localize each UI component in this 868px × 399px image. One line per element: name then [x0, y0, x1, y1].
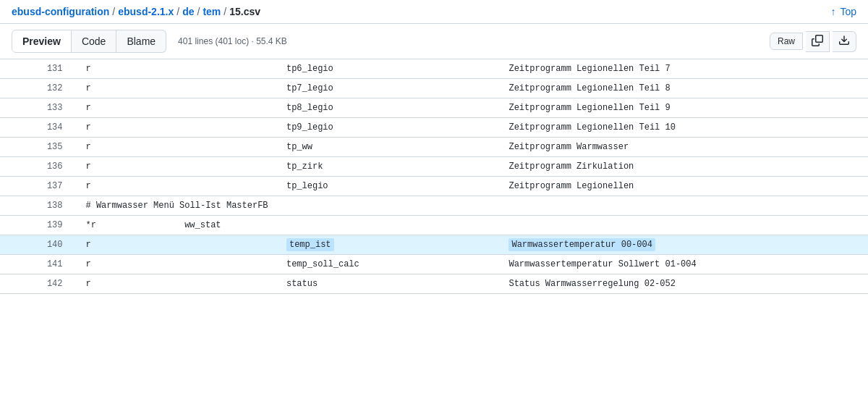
cell-col2 — [173, 118, 275, 138]
cell-col4: Zeitprogramm Legionellen Teil 9 — [497, 98, 868, 118]
page-container: ebusd-configuration / ebusd-2.1.x / de /… — [0, 0, 868, 399]
cell-col2 — [173, 138, 275, 157]
cell-col3 — [275, 216, 498, 235]
table-row: 131rtp6_legioZeitprogramm Legionellen Te… — [0, 59, 868, 79]
download-icon — [838, 35, 850, 49]
copy-icon — [812, 35, 823, 49]
toolbar-left: Preview Code Blame 401 lines (401 loc) ·… — [12, 30, 287, 53]
cell-col3: tp6_legio — [275, 59, 498, 79]
table-row: 133rtp8_legioZeitprogramm Legionellen Te… — [0, 98, 868, 118]
breadcrumb-sep-3: / — [197, 6, 200, 17]
cell-col1: r — [75, 274, 174, 294]
cell-col2 — [173, 59, 275, 79]
breadcrumb-link-branch[interactable]: ebusd-2.1.x — [118, 6, 174, 17]
comment-cell: # Warmwasser Menü Soll-Ist MasterFB — [75, 196, 869, 216]
cell-col2: ww_stat — [173, 216, 275, 235]
tab-blame[interactable]: Blame — [116, 30, 166, 53]
cell-col3: tp9_legio — [275, 118, 498, 138]
file-table: 131rtp6_legioZeitprogramm Legionellen Te… — [0, 59, 868, 294]
top-link[interactable]: ↑ Top — [830, 6, 856, 17]
toolbar: Preview Code Blame 401 lines (401 loc) ·… — [0, 24, 868, 59]
breadcrumb-current: 15.csv — [229, 6, 260, 17]
breadcrumb-sep-4: / — [224, 6, 226, 17]
tab-code[interactable]: Code — [72, 30, 116, 53]
cell-col1: r — [75, 59, 174, 79]
breadcrumb-sep-1: / — [112, 6, 115, 17]
line-number: 136 — [0, 157, 75, 177]
cell-col3: status — [275, 274, 498, 294]
cell-col4 — [497, 216, 868, 235]
top-bar: ebusd-configuration / ebusd-2.1.x / de /… — [0, 0, 868, 24]
cell-col1: r — [75, 255, 174, 274]
top-link-label: Top — [840, 6, 856, 17]
highlighted-description: Warmwassertemperatur 00-004 — [509, 238, 655, 251]
table-row: 132rtp7_legioZeitprogramm Legionellen Te… — [0, 79, 868, 98]
cell-col2 — [173, 79, 275, 98]
cell-col3: temp_soll_calc — [275, 255, 498, 274]
line-number: 132 — [0, 79, 75, 98]
cell-col3: tp_zirk — [275, 157, 498, 177]
cell-col1: r — [75, 79, 174, 98]
table-row: 137rtp_legioZeitprogramm Legionellen — [0, 177, 868, 196]
breadcrumb-link-repo[interactable]: ebusd-configuration — [12, 6, 109, 17]
line-number: 133 — [0, 98, 75, 118]
file-info: 401 lines (401 loc) · 55.4 KB — [178, 36, 287, 46]
cell-col3: temp_ist — [275, 235, 498, 255]
cell-col1: r — [75, 118, 174, 138]
cell-col1: r — [75, 138, 174, 157]
cell-col4: Status Warmwasserregelung 02-052 — [497, 274, 868, 294]
cell-col2 — [173, 235, 275, 255]
download-button[interactable] — [833, 31, 856, 52]
cell-col1: *r — [75, 216, 174, 235]
line-number: 142 — [0, 274, 75, 294]
cell-col1: r — [75, 98, 174, 118]
cell-col2 — [173, 98, 275, 118]
cell-col4: Warmwassertemperatur Sollwert 01-004 — [497, 255, 868, 274]
breadcrumb-link-tem[interactable]: tem — [203, 6, 221, 17]
cell-col4: Zeitprogramm Warmwasser — [497, 138, 868, 157]
table-row: 135rtp_wwZeitprogramm Warmwasser — [0, 138, 868, 157]
arrow-up-icon: ↑ — [830, 6, 835, 17]
line-number: 139 — [0, 216, 75, 235]
line-number: 138 — [0, 196, 75, 216]
table-row: 138# Warmwasser Menü Soll-Ist MasterFB — [0, 196, 868, 216]
toolbar-right: Raw — [770, 31, 856, 52]
cell-col4: Warmwassertemperatur 00-004 — [497, 235, 868, 255]
cell-col2 — [173, 274, 275, 294]
cell-col3: tp_ww — [275, 138, 498, 157]
cell-col4: Zeitprogramm Legionellen — [497, 177, 868, 196]
raw-button[interactable]: Raw — [770, 33, 803, 50]
cell-col3: tp8_legio — [275, 98, 498, 118]
table-row: 140rtemp_istWarmwassertemperatur 00-004 — [0, 235, 868, 255]
cell-col1: r — [75, 157, 174, 177]
breadcrumb-sep-2: / — [176, 6, 179, 17]
line-number: 137 — [0, 177, 75, 196]
highlighted-value: temp_ist — [286, 238, 334, 251]
cell-col1: r — [75, 177, 174, 196]
cell-col4: Zeitprogramm Zirkulation — [497, 157, 868, 177]
cell-col4: Zeitprogramm Legionellen Teil 7 — [497, 59, 868, 79]
cell-col2 — [173, 177, 275, 196]
cell-col3: tp_legio — [275, 177, 498, 196]
table-row: 139*rww_stat — [0, 216, 868, 235]
table-row: 134rtp9_legioZeitprogramm Legionellen Te… — [0, 118, 868, 138]
breadcrumb-link-de[interactable]: de — [182, 6, 194, 17]
tab-preview[interactable]: Preview — [12, 30, 72, 53]
line-number: 135 — [0, 138, 75, 157]
table-row: 142rstatusStatus Warmwasserregelung 02-0… — [0, 274, 868, 294]
table-row: 136rtp_zirkZeitprogramm Zirkulation — [0, 157, 868, 177]
cell-col2 — [173, 255, 275, 274]
cell-col1: r — [75, 235, 174, 255]
cell-col4: Zeitprogramm Legionellen Teil 8 — [497, 79, 868, 98]
cell-col4: Zeitprogramm Legionellen Teil 10 — [497, 118, 868, 138]
line-number: 140 — [0, 235, 75, 255]
cell-col2 — [173, 157, 275, 177]
table-row: 141rtemp_soll_calcWarmwassertemperatur S… — [0, 255, 868, 274]
line-number: 131 — [0, 59, 75, 79]
breadcrumb: ebusd-configuration / ebusd-2.1.x / de /… — [12, 6, 260, 17]
line-number: 141 — [0, 255, 75, 274]
line-number: 134 — [0, 118, 75, 138]
cell-col3: tp7_legio — [275, 79, 498, 98]
copy-button[interactable] — [806, 31, 830, 52]
